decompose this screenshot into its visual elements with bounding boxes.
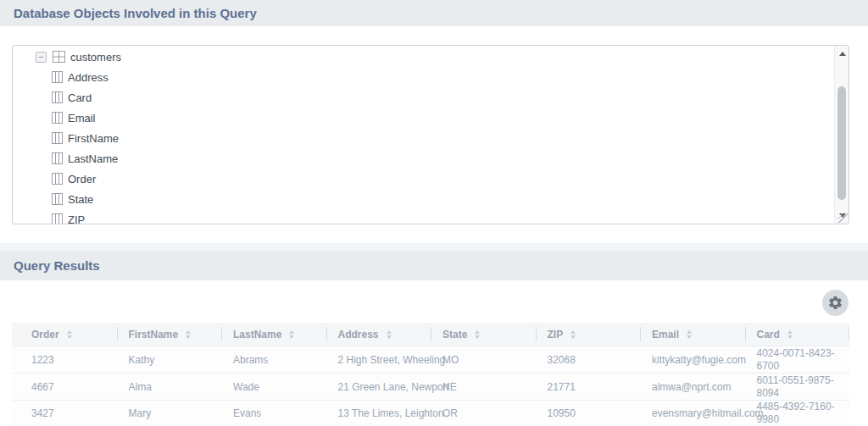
tree-item-label: Order [66,173,96,185]
column-header-email[interactable]: Email [640,323,745,346]
tree: customers Address Card Email [13,47,834,224]
tree-item-firstname[interactable]: FirstName [13,128,834,148]
tree-item-label: Address [66,71,108,84]
section-divider [0,243,868,251]
tree-item-order[interactable]: Order [13,169,834,189]
cell-lastname: Evans [221,401,326,426]
section-header-query-results: Query Results [0,251,868,280]
cell-email: kittykatty@fugie.com [640,346,745,373]
sort-icon[interactable] [186,330,191,339]
cell-email: almwa@nprt.com [640,373,745,400]
cell-firstname: Kathy [117,346,222,373]
column-header-label: Address [338,329,379,340]
cell-order: 1223 [12,346,117,373]
sort-icon[interactable] [387,330,392,339]
cell-order: 4667 [12,373,117,400]
tree-item-label: State [66,193,93,206]
table-row[interactable]: 4667 Alma Wade 21 Green Lane, Newport NE… [12,373,849,400]
cell-zip: 21771 [536,373,641,400]
tree-item-label: FirstName [66,132,119,145]
sort-icon[interactable] [687,330,692,339]
column-icon [52,193,63,205]
column-icon [52,213,63,224]
tree-item-lastname[interactable]: LastName [13,148,834,169]
column-header-label: LastName [233,329,281,340]
cell-firstname: Alma [117,373,222,400]
column-header-label: State [442,329,467,340]
table-row[interactable]: 3427 Mary Evans 13 The Limes, Leighton O… [12,400,849,426]
column-header-label: Email [652,329,679,340]
tree-item-address[interactable]: Address [13,67,834,87]
column-header-card[interactable]: Card [745,323,850,346]
cell-address: 13 The Limes, Leighton [326,401,431,426]
sort-icon[interactable] [475,330,480,339]
column-header-zip[interactable]: ZIP [536,323,641,346]
tree-item-state[interactable]: State [13,189,834,209]
cell-state: MO [431,346,536,373]
tree-item-label: LastName [66,152,118,165]
tree-item-label: ZIP [66,213,85,225]
resize-grip-icon[interactable] [837,213,848,223]
cell-card: 6011-0551-9875-8094 [745,373,850,400]
cell-address: 2 High Street, Wheeling [326,346,431,373]
table-icon [53,51,65,63]
column-header-label: Order [31,329,59,340]
cell-address: 21 Green Lane, Newport [326,373,431,400]
section-title: Database Objects Involved in this Query [0,6,257,20]
sort-icon[interactable] [67,330,72,339]
column-icon [52,91,63,103]
grid-header-row: Order FirstName LastName Address State Z… [12,323,849,346]
cell-card: 4024-0071-8423-6700 [745,346,850,373]
column-icon [52,71,63,83]
tree-item-zip[interactable]: ZIP [13,209,834,224]
cell-firstname: Mary [117,401,222,426]
collapse-minus-icon[interactable] [36,52,47,63]
sort-icon[interactable] [787,330,793,339]
column-header-firstname[interactable]: FirstName [117,323,222,346]
cell-card: 4485-4392-7160-9980 [745,401,850,426]
tree-item-customers[interactable]: customers [13,47,834,67]
column-header-label: ZIP [548,329,564,340]
page: Database Objects Involved in this Query … [0,0,868,426]
table-row[interactable]: 1223 Kathy Abrams 2 High Street, Wheelin… [12,346,849,373]
query-results-grid: Order FirstName LastName Address State Z… [12,323,849,426]
section-title: Query Results [0,258,100,273]
tree-scrollbar[interactable] [834,46,849,224]
tree-item-label: customers [69,51,121,64]
database-objects-tree-panel: customers Address Card Email [12,45,849,224]
section-header-database-objects: Database Objects Involved in this Query [0,0,868,26]
cell-state: OR [431,401,536,426]
scrollbar-thumb[interactable] [837,86,846,200]
tree-item-card[interactable]: Card [13,87,834,108]
column-icon [52,152,63,164]
column-icon [52,112,63,124]
cell-lastname: Abrams [221,346,326,373]
gear-icon [827,295,843,311]
grid-settings-button[interactable] [822,290,849,316]
cell-state: NE [431,373,536,400]
cell-zip: 10950 [536,401,641,426]
column-header-address[interactable]: Address [326,323,431,346]
sort-icon[interactable] [289,330,294,339]
cell-order: 3427 [12,401,117,426]
tree-item-label: Card [66,91,92,104]
column-header-state[interactable]: State [431,323,536,346]
column-header-order[interactable]: Order [12,323,117,346]
tree-item-label: Email [66,112,96,124]
column-icon [52,132,63,144]
column-header-label: FirstName [129,329,179,340]
scroll-up-icon[interactable] [835,47,849,60]
cell-zip: 32068 [536,346,641,373]
cell-email: evensmary@hitmail.com [640,401,745,426]
tree-item-email[interactable]: Email [13,108,834,128]
sort-icon[interactable] [570,330,576,339]
cell-lastname: Wade [221,373,326,400]
column-icon [52,173,63,185]
column-header-lastname[interactable]: LastName [221,323,326,346]
column-header-label: Card [757,329,780,340]
